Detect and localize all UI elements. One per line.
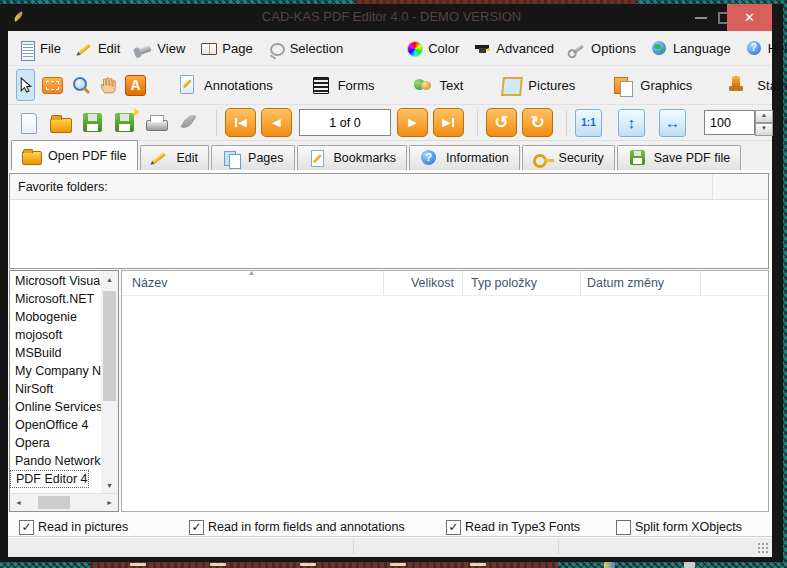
first-page-button[interactable]: ◀ (225, 108, 256, 137)
checkbox-box[interactable]: ✓ (189, 520, 204, 535)
folder-list-item-selected[interactable]: PDF Editor 4 (10, 470, 89, 488)
menu-item-view[interactable]: View (135, 40, 185, 57)
new-document-button[interactable] (16, 110, 42, 136)
page-number-field[interactable] (299, 109, 391, 136)
checkbox-box[interactable]: ✓ (19, 520, 34, 535)
folder-list-item[interactable]: NirSoft (10, 380, 101, 398)
tab-information[interactable]: Information (409, 145, 520, 170)
tab-open-pdf-file[interactable]: Open PDF file (11, 140, 138, 170)
scroll-down-button[interactable]: ▼ (101, 477, 118, 494)
column-header-type[interactable]: Typ položky (463, 271, 581, 295)
fit-height-button[interactable]: ↕ (618, 109, 645, 137)
checkbox-split-form-xobjects[interactable]: Split form XObjects (616, 517, 742, 537)
column-header-size[interactable]: Velikost (384, 271, 463, 295)
menu-item-language[interactable]: Language (651, 40, 731, 57)
column-label: Typ položky (471, 276, 537, 290)
graphics-button[interactable]: Graphics (604, 70, 700, 100)
stamps-label: Stamps (757, 78, 787, 93)
column-header-date[interactable]: Datum změny (581, 271, 701, 295)
column-header-filler (701, 271, 768, 295)
wrench-icon (569, 40, 586, 57)
horizontal-scrollbar[interactable]: ◄ ► (10, 493, 118, 511)
scroll-left-button[interactable]: ◄ (10, 494, 27, 511)
zoom-tool-button[interactable] (69, 69, 93, 101)
open-file-button[interactable] (48, 110, 74, 136)
checkbox-box[interactable]: ✓ (446, 520, 461, 535)
forms-button[interactable]: Forms (302, 70, 383, 100)
print-button[interactable] (144, 110, 170, 136)
zoom-actual-size-button[interactable]: 1:1 (575, 109, 602, 137)
file-table-body-empty[interactable] (122, 296, 768, 512)
folder-list-item[interactable]: Microsoft.NET (10, 290, 101, 308)
scroll-up-button[interactable]: ▲ (101, 271, 118, 288)
last-page-button[interactable]: ▶ (433, 108, 464, 137)
pictures-button[interactable]: Pictures (492, 70, 583, 100)
tab-security[interactable]: Security (522, 145, 615, 170)
scroll-right-button[interactable]: ► (101, 494, 118, 511)
resize-grip[interactable] (757, 542, 769, 554)
favorite-folders-label: Favorite folders: (18, 180, 108, 194)
minimize-button[interactable] (695, 17, 707, 19)
tab-bookmarks[interactable]: Bookmarks (297, 145, 408, 170)
menu-label: Help (768, 41, 787, 56)
fit-width-button[interactable]: ↔ (659, 109, 686, 137)
header-divider (712, 174, 713, 199)
folder-list-item[interactable]: MSBuild (10, 344, 101, 362)
checkbox-box[interactable] (616, 520, 631, 535)
folder-list-item[interactable]: mojosoft (10, 326, 101, 344)
folder-list-item[interactable]: My Company N (10, 362, 101, 380)
color-wheel-icon (406, 40, 423, 57)
annotations-button[interactable]: Annotations (168, 70, 281, 100)
vertical-scroll-thumb[interactable] (103, 291, 116, 401)
zoom-percent-field[interactable] (704, 110, 755, 135)
close-button[interactable]: ✕ (727, 4, 772, 31)
folder-list-item[interactable]: OpenOffice 4 (10, 416, 101, 434)
folder-list-item[interactable]: Microsoft Visua (10, 272, 101, 290)
menu-item-file[interactable]: File (18, 40, 61, 57)
menu-item-edit[interactable]: Edit (76, 40, 120, 57)
tab-pages[interactable]: Pages (211, 145, 294, 170)
text-tool-button[interactable] (123, 69, 147, 101)
menu-item-selection[interactable]: Selection (268, 40, 343, 57)
folder-list-item[interactable]: Online Services (10, 398, 101, 416)
pictures-label: Pictures (528, 78, 575, 93)
checkbox-read-in-pictures[interactable]: ✓ Read in pictures (19, 517, 128, 537)
horizontal-scroll-thumb[interactable] (38, 496, 70, 509)
previous-page-button[interactable]: ◀ (261, 108, 292, 137)
spinner-down-button[interactable]: ▼ (755, 123, 773, 136)
save-as-button[interactable] (112, 110, 138, 136)
text-objects-button[interactable]: Text (404, 70, 472, 100)
folder-list-item[interactable]: Opera (10, 434, 101, 452)
hand-tool-button[interactable] (98, 69, 118, 101)
tab-save-pdf-file[interactable]: Save PDF file (617, 145, 741, 170)
menu-item-page[interactable]: Page (200, 40, 252, 57)
checkbox-label: Read in form fields and annotations (208, 520, 405, 534)
pointer-tool-button[interactable] (16, 69, 35, 101)
menu-item-advanced[interactable]: Advanced (474, 40, 554, 57)
marquee-select-tool-button[interactable] (40, 69, 64, 101)
folder-list-item[interactable]: Mobogenie (10, 308, 101, 326)
text-objects-icon (412, 74, 434, 96)
title-bar: CAD-KAS PDF Editor 4.0 - DEMO VERSION ✕ (0, 4, 783, 31)
app-body: File Edit View Page Selection Color Adva… (8, 31, 772, 557)
checkbox-read-in-type3-fonts[interactable]: ✓ Read in Type3 Fonts (446, 517, 580, 537)
edit-pen-icon (151, 149, 171, 167)
folder-list-item[interactable]: Pando Network (10, 452, 101, 470)
tab-edit[interactable]: Edit (140, 145, 210, 170)
menu-item-color[interactable]: Color (406, 40, 459, 57)
rotate-left-button[interactable]: ↺ (486, 108, 517, 137)
spinner-up-button[interactable]: ▲ (755, 110, 773, 123)
menu-item-help[interactable]: Help (746, 40, 787, 57)
menu-item-options[interactable]: Options (569, 40, 636, 57)
favorite-folders-list-empty[interactable] (10, 200, 768, 267)
checkbox-read-in-form-fields[interactable]: ✓ Read in form fields and annotations (189, 517, 405, 537)
save-button[interactable] (80, 110, 106, 136)
graphics-icon (612, 74, 634, 96)
edit-pen-icon (76, 40, 93, 57)
next-page-button[interactable]: ▶ (397, 108, 428, 137)
stamps-button[interactable]: Stamps (721, 70, 787, 100)
fit-width-icon: ↔ (665, 114, 680, 131)
menu-label: Edit (98, 41, 120, 56)
rotate-right-button[interactable]: ↻ (522, 108, 553, 137)
vertical-scrollbar[interactable]: ▲ ▼ (101, 271, 118, 494)
